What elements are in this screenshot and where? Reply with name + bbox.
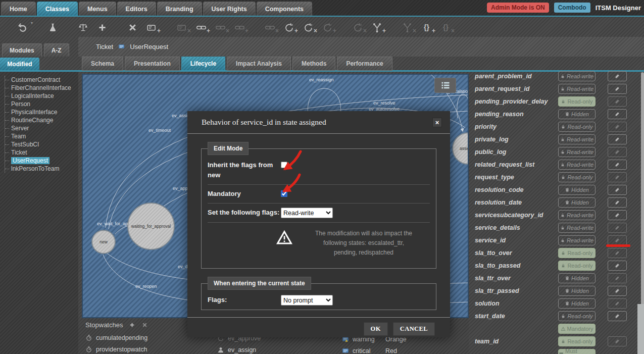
edit-field-button[interactable] (608, 210, 627, 220)
sidebar-item-class[interactable]: UserRequest (5, 157, 78, 165)
content-tab[interactable]: Impact Analysis (227, 57, 291, 71)
add-field-button[interactable]: + (145, 21, 158, 33)
edit-field-button[interactable] (608, 134, 627, 144)
vertical-scrollbar-thumb[interactable] (637, 304, 644, 354)
field-flag-badge[interactable]: Read-only (558, 261, 596, 271)
sidebar-tab[interactable]: Modules (2, 43, 42, 57)
threshold-item[interactable]: criticalRed (342, 345, 407, 354)
sidebar-item-class[interactable]: Team (5, 132, 78, 140)
cancel-button[interactable]: CANCEL (393, 322, 435, 336)
stopwatch-item[interactable]: providerstopwatch (85, 343, 148, 354)
sidebar-item-class[interactable]: LogicalInterface (5, 92, 78, 100)
add-branch-button[interactable]: + (371, 21, 383, 33)
field-flag-badge[interactable]: Read-write (558, 160, 596, 170)
remove-method-button[interactable]: × (439, 21, 452, 33)
add-stopwatch-icon[interactable] (129, 322, 135, 328)
close-button[interactable]: × (432, 118, 442, 127)
transition-label[interactable]: ev_wait_for_ap (97, 221, 128, 226)
field-flag-badge[interactable]: Hidden (558, 273, 596, 283)
edit-field-button[interactable] (608, 122, 627, 132)
transition-item[interactable]: ev_assign (217, 344, 261, 354)
field-flag-badge[interactable]: Read-only (558, 248, 596, 258)
edit-field-button[interactable] (608, 235, 627, 245)
sidebar-tab[interactable]: A-Z (44, 43, 69, 57)
edit-field-button[interactable] (608, 147, 627, 157)
field-flag-badge[interactable]: Read-write (558, 210, 596, 220)
edit-field-button[interactable] (608, 311, 627, 321)
flask-button[interactable] (46, 21, 59, 33)
edit-field-button[interactable] (608, 71, 627, 81)
remove-transition-button[interactable]: × (352, 21, 364, 33)
mandatory-checkbox[interactable] (281, 190, 287, 197)
edit-field-button[interactable] (608, 261, 627, 271)
nav-tab[interactable]: Classes (37, 2, 78, 16)
inherit-flags-checkbox[interactable] (281, 162, 287, 168)
transition-label[interactable]: ev_resolve (373, 100, 395, 106)
sidebar-item-class[interactable]: TestSubCI (5, 140, 78, 148)
edit-field-button[interactable] (608, 197, 627, 208)
sidebar-item-class[interactable]: FiberChannelInterface (5, 84, 78, 92)
remove-state-button[interactable]: × (302, 21, 314, 33)
sidebar-item-class[interactable]: lnkPersonToTeam (5, 165, 78, 173)
edit-field-button[interactable] (608, 172, 627, 182)
nav-tab[interactable]: Home (1, 2, 36, 16)
field-flag-badge[interactable]: Hidden (558, 298, 596, 309)
edit-field-button[interactable] (608, 336, 627, 346)
edit-field-button[interactable] (608, 286, 627, 296)
delete-button[interactable] (126, 21, 138, 33)
breadcrumb-current[interactable]: UserRequest (130, 43, 168, 50)
add-state-button[interactable]: + (283, 21, 295, 33)
edit-field-button[interactable] (608, 84, 627, 94)
field-flag-badge[interactable]: Read-only (558, 311, 596, 321)
sidebar-item-class[interactable]: Person (5, 100, 78, 108)
edit-field-button[interactable] (608, 109, 627, 119)
sidebar-item-class[interactable]: CustomerContract (5, 76, 78, 84)
field-flag-badge[interactable]: Read-only (558, 336, 596, 346)
remove-field-button[interactable]: × (176, 21, 188, 33)
edit-field-button[interactable] (608, 273, 627, 283)
content-tab[interactable]: Schema (82, 57, 123, 71)
sidebar-item-class[interactable]: RoutineChange (5, 116, 78, 124)
edit-field-button[interactable] (608, 96, 627, 107)
content-tab[interactable]: Presentation (125, 57, 180, 71)
add-method-button[interactable]: + (420, 21, 432, 33)
edit-field-button[interactable] (608, 248, 627, 258)
field-flag-badge[interactable]: Hidden (558, 109, 596, 119)
scales-button[interactable] (77, 21, 89, 33)
field-flag-badge[interactable]: Hidden (558, 286, 596, 296)
add-link-button[interactable]: + (195, 21, 207, 33)
edit-field-button[interactable] (608, 223, 627, 233)
undo-button[interactable]: ▾ (16, 21, 28, 33)
stopwatch-item[interactable]: cumulatedpending (85, 332, 148, 343)
content-tab[interactable]: Methods (292, 57, 335, 71)
sidebar-filter-modified[interactable]: Modified (0, 58, 39, 70)
field-flag-badge[interactable]: Read-only (558, 96, 596, 107)
nav-tab[interactable]: Components (257, 2, 312, 16)
remove-linkset-button[interactable]: × (264, 21, 276, 33)
sidebar-item-class[interactable]: Ticket (5, 148, 78, 157)
content-tab[interactable]: Performance (337, 57, 392, 71)
field-flag-badge[interactable]: Must prompt (558, 349, 596, 354)
field-flag-badge[interactable]: Read-write (558, 235, 596, 245)
remove-link-button[interactable]: × (214, 21, 226, 33)
edit-field-button[interactable] (608, 298, 627, 309)
sidebar-item-class[interactable]: PhysicalInterface (5, 108, 78, 116)
transition-label[interactable]: ev_timeout (148, 128, 171, 133)
field-flag-badge[interactable]: Read-write (558, 147, 596, 157)
transition-label[interactable]: ev_reopen (135, 284, 157, 289)
nav-tab[interactable]: Menus (79, 2, 116, 16)
content-tab[interactable]: Lifecycle (181, 57, 225, 71)
edit-field-button[interactable] (608, 185, 627, 195)
sidebar-item-class[interactable]: Server (5, 124, 78, 132)
field-flag-badge[interactable]: Read-only (558, 172, 596, 182)
edit-field-button[interactable] (608, 160, 627, 170)
nav-tab[interactable]: Branding (157, 2, 202, 16)
diagram-list-view-button[interactable] (434, 78, 456, 93)
field-flag-badge[interactable]: Read-only (558, 122, 596, 132)
add-transition-button[interactable]: + (321, 21, 333, 33)
ok-button[interactable]: OK (364, 322, 388, 336)
set-flags-select[interactable]: Read-write (281, 208, 333, 218)
transition-label[interactable]: ev_reassign (309, 77, 334, 82)
field-flag-badge[interactable]: Read-write (558, 71, 596, 81)
entering-flags-select[interactable]: No prompt (281, 295, 333, 306)
